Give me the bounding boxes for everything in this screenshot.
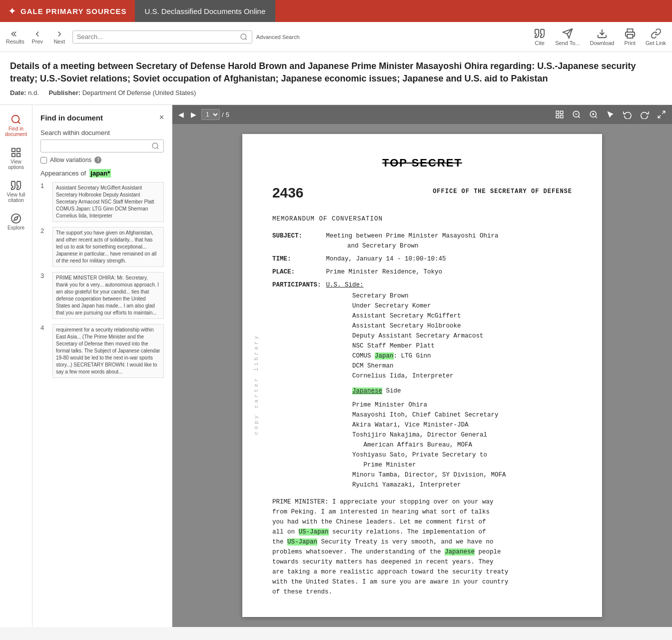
search-term-highlight: japan* (89, 169, 111, 178)
advanced-search-link[interactable]: Advanced Search (256, 34, 300, 40)
viewer-toolbar-right (553, 109, 668, 120)
search-input[interactable] (77, 33, 240, 40)
left-sidebar: Find indocument Viewoptions View fullcit… (0, 105, 32, 627)
date-label: Date: (10, 89, 26, 96)
find-search-icon (151, 142, 159, 150)
send-to-label: Send To... (555, 40, 580, 46)
logo-text: GALE PRIMARY SOURCES (20, 7, 127, 16)
japanese-participants-list: Prime Minister Ohira Masayoshi Itoh, Chi… (352, 400, 572, 490)
appearance-item: 2 The support you have given on Afghanis… (40, 227, 164, 267)
help-icon[interactable]: ? (94, 156, 101, 164)
svg-line-27 (663, 112, 665, 114)
sidebar-citation-label: View fullcitation (6, 192, 25, 203)
date-value: n.d. (28, 89, 39, 96)
subject-label: SUBJECT: (272, 231, 322, 241)
doc-viewer: ◀ ▶ 1 2 3 4 5 / 5 (172, 105, 672, 627)
publisher-value: Department Of Defense (United States) (82, 89, 196, 96)
svg-line-1 (245, 38, 247, 40)
document-header: Details of a meeting between Secretary o… (0, 52, 672, 105)
svg-rect-10 (12, 154, 15, 156)
participants-label: PARTICIPANTS: (272, 280, 322, 290)
sidebar-item-find[interactable]: Find indocument (0, 110, 32, 141)
send-to-button[interactable]: Send To... (555, 28, 580, 46)
allow-variations-group: Allow variations ? (40, 156, 164, 164)
allow-variations-checkbox[interactable] (40, 157, 47, 164)
print-button[interactable]: Print (624, 28, 636, 46)
appearance-snippet[interactable]: PRIME MINISTER OHIRA: Mr. Secretary, tha… (52, 272, 164, 319)
find-panel-header: Find in document × (40, 113, 164, 122)
top-bar: ✦ GALE PRIMARY SOURCES U.S. Declassified… (0, 0, 672, 22)
find-panel-close-button[interactable]: × (159, 113, 164, 122)
office-heading: OFFICE OF THE SECRETARY OF DEFENSE (433, 187, 572, 196)
appearance-snippet[interactable]: Assistant Secretary McGiffert Assistant … (52, 182, 164, 222)
japanese-highlight-body: Japanese (445, 548, 475, 556)
time-label: TIME: (272, 254, 322, 264)
us-participants-list: Secretary Brown Under Secretary Komer As… (352, 291, 572, 381)
svg-line-21 (578, 116, 580, 118)
search-icon (240, 33, 248, 41)
appearance-snippet[interactable]: The support you have given on Afghanista… (52, 227, 164, 267)
sidebar-view-label: Viewoptions (8, 159, 24, 170)
download-label: Download (590, 40, 614, 46)
appearance-snippet[interactable]: requirement for a security relationship … (52, 324, 164, 378)
sidebar-item-citation[interactable]: View fullcitation (0, 176, 32, 207)
us-side-label: U.S. Side: (326, 282, 364, 288)
svg-point-6 (12, 116, 19, 123)
place-value: Prime Minister Residence, Tokyo (326, 268, 443, 276)
viewer-prev-button[interactable]: ◀ (176, 110, 186, 120)
zoom-out-button[interactable] (570, 109, 583, 120)
viewer-play-button[interactable]: ▶ (189, 110, 198, 120)
svg-line-24 (595, 116, 597, 118)
get-link-label: Get Link (646, 40, 666, 46)
page-select[interactable]: 1 2 3 4 5 (201, 109, 220, 120)
us-participant: Deputy Assistant Secretary Armacost (352, 331, 572, 341)
find-panel: Find in document × Search within documen… (32, 105, 172, 627)
get-link-button[interactable]: Get Link (646, 28, 666, 46)
toolbar-actions: Cite Send To... Download Print Get Link (534, 28, 666, 46)
document-title: Details of a meeting between Secretary o… (10, 60, 662, 85)
results-button[interactable]: Results (6, 30, 24, 44)
japan-highlight: Japan (375, 352, 394, 360)
appearance-item: 4 requirement for a security relationshi… (40, 324, 164, 378)
sidebar-item-view[interactable]: Viewoptions (0, 143, 32, 174)
japanese-side-heading: Japanese Side (352, 386, 572, 396)
us-japan-highlight-1: US-Japan (299, 528, 329, 536)
cite-label: Cite (535, 40, 545, 46)
cite-button[interactable]: Cite (534, 28, 545, 46)
next-button[interactable]: Next (50, 30, 68, 44)
refresh-button[interactable] (638, 109, 651, 120)
svg-rect-9 (17, 148, 20, 152)
appearance-item: 3 PRIME MINISTER OHIRA: Mr. Secretary, t… (40, 272, 164, 319)
publisher-label: Publisher: (48, 89, 80, 96)
document-meta: Date: n.d. Publisher: Department Of Defe… (10, 89, 662, 96)
find-search-input[interactable] (45, 142, 151, 150)
viewer-toolbar: ◀ ▶ 1 2 3 4 5 / 5 (172, 105, 672, 124)
gale-icon: ✦ (8, 5, 16, 17)
cursor-button[interactable] (604, 109, 617, 120)
download-button[interactable]: Download (590, 28, 614, 46)
us-participant: DCM Sherman (352, 361, 572, 371)
body-text: PRIME MINISTER: I appreciate your stoppi… (272, 497, 572, 597)
prev-button[interactable]: Prev (28, 30, 46, 44)
fullscreen-button[interactable] (655, 109, 668, 120)
svg-point-12 (11, 214, 20, 223)
sidebar-find-label: Find indocument (5, 126, 27, 137)
svg-point-14 (152, 143, 158, 148)
copy-watermark: copy carter library (252, 334, 261, 434)
svg-marker-13 (14, 216, 18, 220)
zoom-in-button[interactable] (587, 109, 600, 120)
us-participant: COMUS Japan: LTG Ginn (352, 351, 572, 361)
subject-field: SUBJECT: Meeting between Prime Minister … (272, 231, 572, 251)
appearance-num: 4 (40, 324, 48, 332)
thumbnail-grid-button[interactable] (553, 109, 566, 120)
logo-area: ✦ GALE PRIMARY SOURCES (0, 0, 135, 22)
sidebar-item-explore[interactable]: Explore (0, 209, 32, 234)
appearances-list: 1 Assistant Secretary McGiffert Assistan… (40, 182, 164, 378)
svg-rect-18 (556, 116, 559, 118)
jp-participant: Masayoshi Itoh, Chief Cabinet Secretary (352, 410, 572, 420)
print-label: Print (624, 40, 636, 46)
us-participant: Assistant Secretary McGiffert (352, 311, 572, 321)
svg-rect-11 (17, 154, 20, 156)
appearance-item: 1 Assistant Secretary McGiffert Assistan… (40, 182, 164, 222)
rotate-button[interactable] (621, 109, 634, 120)
